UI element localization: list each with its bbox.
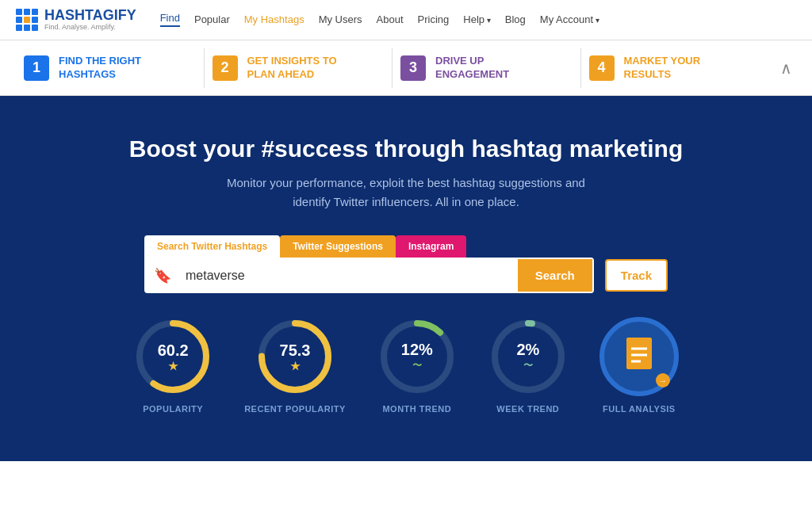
nav-about[interactable]: About — [377, 13, 404, 25]
metric-full-analysis[interactable]: → FULL ANALYSIS — [599, 317, 679, 414]
logo-text: HASHTAGIFY Find. Analyse. Amplify. — [44, 8, 136, 32]
step-4-label: MARKET YOURRESULTS — [624, 55, 701, 82]
tab-search-twitter[interactable]: Search Twitter Hashtags — [144, 235, 280, 258]
tab-twitter-suggestions[interactable]: Twitter Suggestions — [280, 235, 396, 258]
search-button[interactable]: Search — [518, 259, 592, 292]
full-analysis-arrow-icon: → — [656, 373, 670, 387]
bookmark-icon: 🔖 — [146, 261, 179, 291]
week-trend-label: WEEK TREND — [496, 404, 559, 414]
metric-week-trend: 2% 〜 WEEK TREND — [488, 317, 568, 414]
week-trend-circle: 2% 〜 — [488, 317, 568, 396]
step-3[interactable]: 3 DRIVE UPENGAGEMENT — [393, 40, 580, 96]
month-trend-value: 12% 〜 — [401, 341, 433, 372]
metric-popularity: 60.2 ★ POPULARITY — [133, 317, 213, 414]
search-container: Search Twitter Hashtags Twitter Suggesti… — [144, 235, 668, 293]
nav-links: Find Popular My Hashtags My Users About … — [160, 12, 796, 27]
steps-bar: 1 FIND THE RIGHTHASHTAGS 2 GET INSIGHTS … — [0, 40, 812, 97]
step-4-number: 4 — [589, 55, 615, 81]
hero-title: Boost your #success through hashtag mark… — [16, 135, 796, 162]
nav-my-account[interactable]: My Account — [540, 13, 599, 25]
step-1[interactable]: 1 FIND THE RIGHTHASHTAGS — [16, 40, 204, 96]
nav-help[interactable]: Help — [463, 13, 491, 25]
step-2-label: GET INSIGHTS TOPLAN AHEAD — [247, 55, 337, 82]
search-input[interactable] — [179, 261, 518, 291]
step-4[interactable]: 4 MARKET YOURRESULTS — [581, 40, 769, 96]
track-button[interactable]: Track — [605, 259, 668, 292]
hero-section: Boost your #success through hashtag mark… — [0, 96, 812, 461]
nav-blog[interactable]: Blog — [505, 13, 526, 25]
logo-tagline: Find. Analyse. Amplify. — [44, 24, 136, 32]
popularity-value: 60.2 ★ — [158, 342, 189, 372]
nav-find[interactable]: Find — [160, 12, 180, 27]
step-1-label: FIND THE RIGHTHASHTAGS — [59, 55, 141, 82]
step-1-number: 1 — [24, 55, 49, 81]
step-3-number: 3 — [400, 55, 426, 81]
logo-name: HASHTAGIFY — [44, 8, 136, 24]
nav-my-hashtags[interactable]: My Hashtags — [244, 13, 304, 25]
full-analysis-circle: → — [599, 317, 679, 396]
step-2[interactable]: 2 GET INSIGHTS TOPLAN AHEAD — [205, 40, 393, 96]
search-row: 🔖 Search — [144, 258, 594, 293]
week-trend-value: 2% 〜 — [516, 341, 539, 372]
logo-grid-icon — [16, 9, 38, 31]
month-trend-circle: 12% 〜 — [377, 317, 457, 396]
recent-popularity-value: 75.3 ★ — [280, 342, 311, 372]
recent-popularity-label: RECENT POPULARITY — [244, 404, 346, 414]
logo: HASHTAGIFY Find. Analyse. Amplify. — [16, 8, 136, 32]
search-tabs: Search Twitter Hashtags Twitter Suggesti… — [144, 235, 668, 258]
nav-popular[interactable]: Popular — [194, 13, 230, 25]
month-trend-label: MONTH TREND — [382, 404, 451, 414]
popularity-circle: 60.2 ★ — [133, 317, 213, 396]
hero-subtitle: Monitor your performance, exploit the be… — [16, 174, 796, 212]
svg-rect-9 — [626, 338, 652, 369]
metric-recent-popularity: 75.3 ★ RECENT POPULARITY — [244, 317, 346, 414]
full-analysis-label: FULL ANALYSIS — [603, 404, 676, 414]
popularity-label: POPULARITY — [143, 404, 203, 414]
nav-my-users[interactable]: My Users — [319, 13, 362, 25]
nav-pricing[interactable]: Pricing — [418, 13, 450, 25]
metric-month-trend: 12% 〜 MONTH TREND — [377, 317, 457, 414]
collapse-button[interactable]: ∧ — [776, 55, 796, 82]
recent-popularity-circle: 75.3 ★ — [255, 317, 335, 396]
step-2-number: 2 — [213, 55, 238, 81]
metrics-row: 60.2 ★ POPULARITY 75.3 ★ RECENT POPULARI… — [16, 293, 796, 429]
step-3-label: DRIVE UPENGAGEMENT — [435, 55, 509, 82]
navbar: HASHTAGIFY Find. Analyse. Amplify. Find … — [0, 0, 812, 40]
tab-instagram[interactable]: Instagram — [396, 235, 466, 258]
